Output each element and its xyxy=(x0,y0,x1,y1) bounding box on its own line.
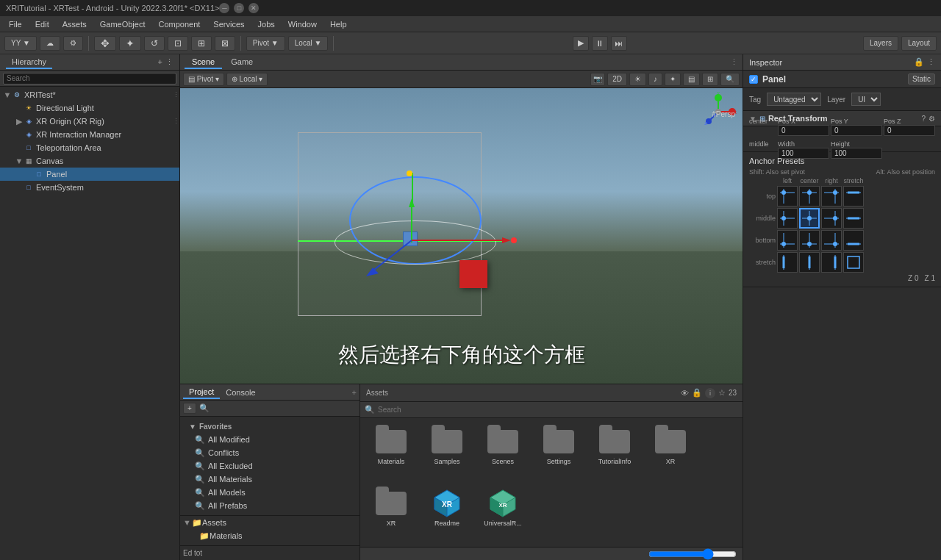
asset-settings[interactable]: Settings xyxy=(534,424,584,480)
transform-hand[interactable]: ✥ xyxy=(94,36,116,51)
anchor-stretch-right[interactable] xyxy=(821,252,842,273)
account-dropdown[interactable]: YY ▼ xyxy=(4,36,37,51)
scene-view[interactable]: Y X Z #Persp 然后选择右下角的这个方框 xyxy=(180,88,743,384)
filter-all-prefabs[interactable]: 🔍 All Prefabs xyxy=(186,499,354,512)
asset-xr2[interactable]: XR xyxy=(366,486,416,542)
star-icon[interactable]: ☆ xyxy=(718,388,726,398)
asset-tutorialinfo[interactable]: TutorialInfo xyxy=(590,424,640,480)
eye-icon[interactable]: 👁 xyxy=(681,389,689,398)
hierarchy-item-xr-manager[interactable]: ◈ XR Interaction Manager xyxy=(0,128,179,141)
local-dropdown[interactable]: Local ▼ xyxy=(288,36,329,51)
hierarchy-more-icon[interactable]: ⋮ xyxy=(173,91,179,98)
local-btn[interactable]: ⊕ Local ▾ xyxy=(226,73,268,86)
view-2d-btn[interactable]: 2D xyxy=(607,73,627,86)
asset-search-input[interactable] xyxy=(378,406,738,414)
maximize-button[interactable]: □ xyxy=(234,3,244,13)
tab-hierarchy[interactable]: Hierarchy xyxy=(6,56,52,69)
layer-dropdown[interactable]: UI xyxy=(851,93,881,106)
asset-materials[interactable]: Materials xyxy=(366,424,416,480)
pos-y-input[interactable] xyxy=(831,125,882,136)
menu-services[interactable]: Services xyxy=(207,18,250,30)
gizmos-btn[interactable]: ⊞ xyxy=(702,73,718,86)
light-toggle[interactable]: ☀ xyxy=(629,73,646,86)
anchor-bottom-stretch[interactable] xyxy=(843,230,864,251)
create-btn[interactable]: + xyxy=(183,403,196,414)
filter-all-excluded[interactable]: 🔍 All Excluded xyxy=(186,459,354,473)
pause-button[interactable]: ⏸ xyxy=(592,36,608,51)
tab-project[interactable]: Project xyxy=(183,386,220,399)
menu-help[interactable]: Help xyxy=(324,18,353,30)
hierarchy-item-xr-origin[interactable]: ▶ ◈ XR Origin (XR Rig) ⋮ xyxy=(0,115,179,128)
hierarchy-item-directional-light[interactable]: ☀ Directional Light xyxy=(0,101,179,115)
menu-assets[interactable]: Assets xyxy=(57,18,93,30)
static-dropdown[interactable]: Static xyxy=(908,73,935,85)
anchor-top-stretch[interactable] xyxy=(843,186,864,207)
filter-all-models[interactable]: 🔍 All Models xyxy=(186,486,354,499)
hierarchy-item-eventsystem[interactable]: □ EventSystem xyxy=(0,181,179,194)
search-scene-btn[interactable]: 🔍 xyxy=(720,73,740,86)
cloud-button[interactable]: ☁ xyxy=(40,36,60,51)
anchor-stretch-left[interactable] xyxy=(777,252,798,273)
asset-universalr[interactable]: XR UniversalR... xyxy=(478,486,528,542)
anchor-middle-right[interactable] xyxy=(821,208,842,229)
anchor-top-right[interactable] xyxy=(821,186,842,207)
menu-edit[interactable]: Edit xyxy=(29,18,55,30)
minimize-button[interactable]: ─ xyxy=(219,3,229,13)
active-checkbox[interactable] xyxy=(749,75,758,84)
hierarchy-item-canvas[interactable]: ▼ ▦ Canvas xyxy=(0,154,179,168)
asset-samples[interactable]: Samples xyxy=(422,424,472,480)
transform-all[interactable]: ⊠ xyxy=(215,36,235,51)
play-button[interactable]: ▶ xyxy=(573,36,589,51)
step-button[interactable]: ⏭ xyxy=(611,36,627,51)
tree-item-materials[interactable]: 📁 Materials xyxy=(180,529,359,542)
asset-readme[interactable]: XR Readme xyxy=(422,486,472,542)
xr-origin-more-icon[interactable]: ⋮ xyxy=(173,118,179,125)
inspector-options-icon[interactable]: ⋮ xyxy=(927,57,935,67)
pivot-dropdown[interactable]: Pivot ▼ xyxy=(246,36,285,51)
tab-scene[interactable]: Scene xyxy=(185,56,222,69)
transform-rect[interactable]: ⊞ xyxy=(191,36,212,51)
anchor-stretch-center[interactable] xyxy=(799,252,820,273)
anchor-middle-center[interactable] xyxy=(799,208,820,229)
menu-file[interactable]: File xyxy=(3,18,28,30)
asset-scenes[interactable]: Scenes xyxy=(478,424,528,480)
anchor-middle-left[interactable] xyxy=(777,208,798,229)
transform-rotate[interactable]: ↺ xyxy=(144,36,165,51)
transform-move[interactable]: ✦ xyxy=(119,36,141,51)
menu-component[interactable]: Component xyxy=(152,18,206,30)
scene-camera-icon[interactable]: 📷 xyxy=(590,73,605,86)
fx-toggle[interactable]: ✦ xyxy=(665,73,681,86)
filter-all-conflicts[interactable]: 🔍 Conflicts xyxy=(186,446,354,459)
lock-icon[interactable]: 🔒 xyxy=(692,388,702,398)
layout-dropdown[interactable]: Layout xyxy=(901,36,937,51)
hierarchy-search[interactable] xyxy=(3,73,176,85)
close-button[interactable]: ✕ xyxy=(248,3,259,13)
tag-dropdown[interactable]: Untagged xyxy=(767,93,821,106)
hierarchy-add-icon[interactable]: + xyxy=(158,57,162,67)
bottom-add-icon[interactable]: + xyxy=(352,388,357,397)
hierarchy-item-xritest[interactable]: ▼ ⚙ XRITest* ⋮ xyxy=(0,88,179,101)
pivot-btn[interactable]: ▤ Pivot ▾ xyxy=(183,73,224,86)
audio-toggle[interactable]: ♪ xyxy=(648,73,662,86)
hierarchy-item-panel[interactable]: □ Panel xyxy=(0,168,179,181)
hierarchy-options-icon[interactable]: ⋮ xyxy=(165,57,173,67)
pos-x-input[interactable] xyxy=(778,125,829,136)
hierarchy-item-teleportation[interactable]: □ Teleportation Area xyxy=(0,141,179,154)
menu-window[interactable]: Window xyxy=(282,18,323,30)
tab-game[interactable]: Game xyxy=(223,56,260,69)
transform-scale[interactable]: ⊡ xyxy=(168,36,188,51)
menu-jobs[interactable]: Jobs xyxy=(252,18,281,30)
settings-button[interactable]: ⚙ xyxy=(63,36,83,51)
tree-item-assets-root[interactable]: ▼ 📁 Assets xyxy=(180,516,359,529)
search-project-icon[interactable]: 🔍 xyxy=(199,403,210,413)
inspector-lock-icon[interactable]: 🔒 xyxy=(914,57,924,67)
zoom-slider[interactable] xyxy=(648,548,737,560)
info-icon[interactable]: i xyxy=(705,388,715,398)
anchor-bottom-center[interactable] xyxy=(799,230,820,251)
asset-xr1[interactable]: XR xyxy=(645,424,695,480)
anchor-bottom-right[interactable] xyxy=(821,230,842,251)
anchor-top-left[interactable] xyxy=(777,186,798,207)
filter-all-materials[interactable]: 🔍 All Materials xyxy=(186,473,354,486)
anchor-stretch-all[interactable] xyxy=(843,252,864,273)
anchor-middle-stretch[interactable] xyxy=(843,208,864,229)
